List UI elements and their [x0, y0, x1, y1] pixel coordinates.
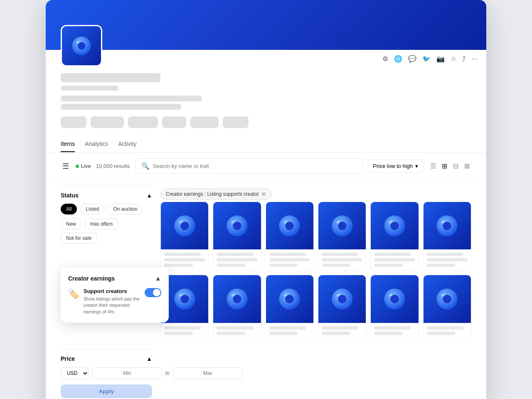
instagram-icon[interactable]: 📷 — [436, 55, 445, 63]
tab-analytics[interactable]: Analytics — [85, 136, 108, 152]
nft-image-8 — [213, 275, 261, 323]
nft-image-12 — [424, 275, 471, 323]
tab-items[interactable]: Items — [61, 136, 75, 152]
nft-meta-line-2b — [217, 258, 257, 261]
opensea-icon[interactable]: ⚙ — [382, 55, 388, 63]
nft-card-10[interactable] — [318, 275, 366, 338]
profile-desc1-skeleton — [61, 96, 202, 101]
discord-icon[interactable]: 💬 — [408, 55, 416, 63]
price-inputs: USD to — [61, 367, 152, 379]
nft-image-3 — [266, 202, 313, 249]
nft-meta-line-3b — [269, 258, 310, 261]
website-icon[interactable]: 🌐 — [394, 55, 402, 63]
results-count: 10,000 results — [96, 163, 130, 169]
sort-dropdown[interactable]: Price low to high ▾ — [368, 159, 424, 173]
nft-meta-line-8a — [217, 326, 253, 330]
creator-row: 🏷️ Support creators Show listings which … — [68, 288, 161, 315]
nft-meta-line-5c — [374, 264, 403, 267]
currency-select[interactable]: USD — [61, 367, 89, 379]
search-bar: 🔍 — [135, 158, 363, 174]
nft-card-8[interactable] — [213, 275, 261, 338]
filter-notsale-button[interactable]: Not for sale — [61, 233, 97, 244]
search-icon: 🔍 — [141, 162, 150, 170]
status-filter-header[interactable]: Status ▲ — [61, 192, 152, 199]
filter-auction-button[interactable]: On auction — [108, 204, 143, 214]
price-min-input[interactable] — [92, 367, 162, 379]
profile-sub-skeleton — [61, 86, 119, 91]
live-dot — [76, 165, 79, 168]
nft-card-11[interactable] — [370, 275, 419, 338]
creator-popup-header: Creator earnings ▲ — [68, 275, 161, 282]
profile-name-skeleton — [61, 73, 160, 82]
nft-meta-line-6c — [427, 264, 456, 267]
nft-image-4 — [318, 202, 366, 249]
price-filter-title: Price — [61, 355, 75, 362]
nft-image-9 — [266, 275, 313, 323]
nft-card-5[interactable] — [370, 202, 419, 271]
chevron-up-icon: ▲ — [146, 192, 152, 199]
nft-meta-line-2c — [217, 264, 245, 267]
nft-meta-12 — [424, 323, 471, 338]
share-icon[interactable]: ⤴ — [462, 55, 466, 63]
nft-card-4[interactable] — [318, 202, 366, 271]
nft-meta-line-12b — [427, 332, 456, 335]
creator-earnings-toggle[interactable] — [145, 288, 161, 297]
filter-offers-button[interactable]: Has offers — [85, 219, 118, 229]
view-icons: ☰ ⊞ ⊟ ⊠ — [429, 160, 471, 172]
filter-new-button[interactable]: New — [61, 219, 81, 229]
nft-meta-line-8b — [217, 332, 245, 335]
stat-pill-6 — [223, 116, 249, 128]
nft-grid-row2 — [160, 275, 471, 338]
price-section-wrapper: Price ▲ USD to Apply — [61, 349, 152, 398]
nft-meta-line-2a — [217, 253, 253, 256]
nft-card-3[interactable] — [266, 202, 314, 271]
nft-meta-line-5b — [374, 258, 415, 261]
active-filter-bar: Creator earnings : Listing supports crea… — [160, 184, 471, 202]
filter-all-button[interactable]: All — [61, 204, 77, 214]
nft-card-2[interactable] — [213, 202, 261, 271]
chevron-down-icon: ▾ — [415, 163, 418, 169]
creator-popup-close-button[interactable]: ▲ — [155, 275, 161, 282]
live-label: Live — [81, 163, 91, 169]
nft-card-6[interactable] — [423, 202, 471, 271]
nft-meta-3 — [266, 249, 313, 270]
creator-popup-title: Creator earnings — [68, 275, 115, 282]
nft-meta-line-10a — [322, 326, 358, 330]
price-filter-header[interactable]: Price ▲ — [61, 349, 152, 367]
list-view-button[interactable]: ☰ — [429, 160, 438, 172]
twitter-icon[interactable]: 🐦 — [422, 55, 431, 63]
nft-meta-line-11a — [374, 326, 411, 330]
nft-card-12[interactable] — [423, 275, 471, 338]
tab-activity[interactable]: Activity — [118, 136, 136, 152]
nft-meta-line-4a — [322, 253, 358, 256]
active-filter-label: Creator earnings : Listing supports crea… — [166, 191, 259, 197]
status-filter-section: Status ▲ All Listed On auction New Has o… — [61, 186, 152, 254]
nft-meta-line-3a — [269, 253, 306, 256]
nft-meta-line-5a — [374, 253, 411, 256]
filter-listed-button[interactable]: Listed — [80, 204, 104, 214]
remove-filter-icon[interactable]: ✕ — [261, 191, 266, 197]
more-icon[interactable]: ⋯ — [471, 55, 478, 63]
search-input[interactable] — [153, 163, 357, 169]
stat-pill-3 — [128, 116, 158, 128]
status-option-row2: New Has offers Not for sale — [61, 219, 152, 244]
stat-pills — [61, 116, 471, 128]
active-filter-tag[interactable]: Creator earnings : Listing supports crea… — [160, 188, 272, 200]
nft-card-1[interactable] — [160, 202, 209, 271]
apply-price-button[interactable]: Apply — [61, 384, 152, 398]
nft-meta-6 — [424, 249, 471, 270]
tab-bar: Items Analytics Activity — [46, 136, 486, 153]
favorite-icon[interactable]: ☆ — [451, 55, 456, 63]
nft-grid-area: Creator earnings : Listing supports crea… — [160, 180, 471, 398]
grid3-view-button[interactable]: ⊠ — [463, 160, 471, 172]
nft-meta-1 — [161, 249, 208, 270]
grid-view-button[interactable]: ⊞ — [440, 160, 449, 172]
creator-earnings-icon: 🏷️ — [68, 289, 79, 300]
filter-toggle-button[interactable]: ☰ — [61, 160, 71, 172]
nft-card-9[interactable] — [266, 275, 314, 338]
grid2-view-button[interactable]: ⊟ — [451, 160, 460, 172]
support-creators-label: Support creators — [84, 288, 140, 294]
toolbar: ☰ Live 10,000 results 🔍 Price low to hig… — [46, 153, 486, 180]
nft-meta-line-9b — [269, 332, 298, 335]
nft-meta-line-3c — [269, 264, 298, 267]
